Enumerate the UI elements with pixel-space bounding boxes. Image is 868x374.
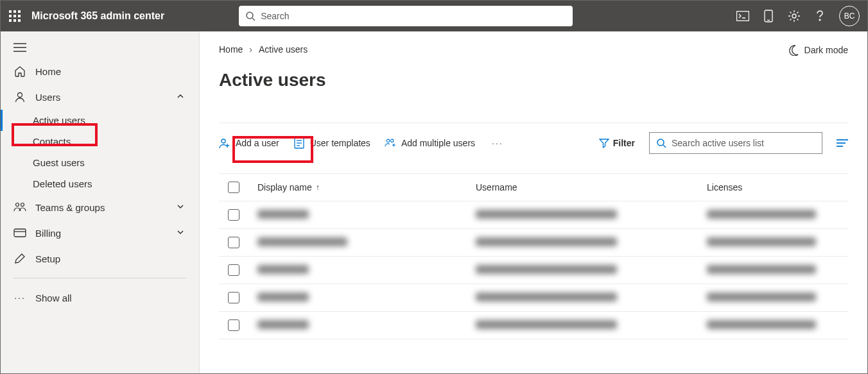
sidebar-item-setup[interactable]: Setup xyxy=(1,246,199,271)
user-templates-button[interactable]: User templates xyxy=(293,137,370,149)
filter-button[interactable]: Filter xyxy=(599,138,635,148)
help-icon[interactable] xyxy=(813,10,826,22)
sidebar-item-active-users[interactable]: Active users xyxy=(1,110,199,131)
setup-icon xyxy=(13,252,26,265)
svg-point-19 xyxy=(18,93,22,98)
row-checkbox[interactable] xyxy=(228,209,239,221)
row-checkbox[interactable] xyxy=(228,292,239,303)
sidebar-item-billing[interactable]: Billing xyxy=(1,220,199,246)
svg-rect-0 xyxy=(9,10,12,13)
cell-username xyxy=(476,237,617,246)
chevron-down-icon xyxy=(176,228,186,238)
account-avatar[interactable]: BC xyxy=(839,6,860,26)
table-row[interactable] xyxy=(219,201,848,229)
add-user-button[interactable]: Add a user xyxy=(219,137,279,149)
cell-display-name xyxy=(257,265,309,274)
top-bar: Microsoft 365 admin center BC xyxy=(1,1,867,31)
table-header: Display name↑ Username Licenses xyxy=(219,173,848,201)
sidebar-item-teams-groups[interactable]: Teams & groups xyxy=(1,194,199,220)
col-licenses[interactable]: Licenses xyxy=(707,182,848,192)
select-all-checkbox[interactable] xyxy=(228,182,239,193)
templates-icon xyxy=(293,137,305,149)
col-username[interactable]: Username xyxy=(476,182,707,192)
svg-rect-2 xyxy=(18,10,21,13)
users-table: Display name↑ Username Licenses xyxy=(219,173,848,339)
cell-username xyxy=(476,320,617,329)
page-title: Active users xyxy=(219,70,848,90)
svg-rect-3 xyxy=(9,15,12,17)
cmd-label: User templates xyxy=(310,138,370,148)
cell-username xyxy=(476,293,617,302)
teams-icon xyxy=(13,201,26,214)
cell-licenses xyxy=(707,293,816,302)
more-icon: ··· xyxy=(13,291,26,304)
svg-rect-11 xyxy=(737,12,749,21)
user-icon xyxy=(13,90,26,103)
cell-display-name xyxy=(257,237,347,246)
sidebar-item-home[interactable]: Home xyxy=(1,58,199,84)
cmd-label: Add multiple users xyxy=(401,138,475,148)
search-users-box[interactable] xyxy=(649,132,822,154)
sort-asc-icon: ↑ xyxy=(316,183,320,192)
table-row[interactable] xyxy=(219,312,848,339)
row-checkbox[interactable] xyxy=(228,237,239,248)
svg-rect-4 xyxy=(13,15,16,17)
shell-icon[interactable] xyxy=(736,10,749,22)
sidebar-item-deleted-users[interactable]: Deleted users xyxy=(1,173,199,194)
search-users-input[interactable] xyxy=(672,138,815,148)
cell-licenses xyxy=(707,320,816,329)
svg-line-32 xyxy=(663,145,666,148)
svg-rect-8 xyxy=(18,19,21,22)
global-search[interactable] xyxy=(239,6,573,26)
col-display-name[interactable]: Display name↑ xyxy=(257,182,476,192)
svg-rect-22 xyxy=(14,229,26,237)
svg-point-24 xyxy=(221,139,225,143)
breadcrumb: Home › Active users xyxy=(219,44,848,55)
svg-point-14 xyxy=(792,14,796,18)
cell-display-name xyxy=(257,210,309,219)
svg-point-31 xyxy=(657,139,664,146)
row-checkbox[interactable] xyxy=(228,264,239,276)
view-options-icon[interactable] xyxy=(837,139,848,148)
sidebar-label: Teams & groups xyxy=(35,202,167,213)
add-multiple-icon xyxy=(385,137,396,149)
settings-gear-icon[interactable] xyxy=(788,10,801,22)
row-checkbox[interactable] xyxy=(228,319,239,331)
sidebar-item-show-all[interactable]: ··· Show all xyxy=(1,285,199,310)
table-row[interactable] xyxy=(219,284,848,312)
sidebar: Home Users Active users Contacts Guest u… xyxy=(1,31,200,374)
nav-collapse-icon[interactable] xyxy=(1,37,199,58)
svg-rect-5 xyxy=(18,15,21,17)
add-multiple-users-button[interactable]: Add multiple users xyxy=(385,137,475,149)
cell-username xyxy=(476,210,617,219)
svg-rect-6 xyxy=(9,19,12,22)
global-search-input[interactable] xyxy=(261,11,566,21)
sidebar-label: Users xyxy=(35,92,167,103)
search-icon xyxy=(656,138,666,148)
svg-point-20 xyxy=(16,203,19,207)
sidebar-label: Billing xyxy=(35,228,167,239)
svg-point-30 xyxy=(390,139,394,142)
sidebar-label: Setup xyxy=(35,253,186,264)
sidebar-item-guest-users[interactable]: Guest users xyxy=(1,152,199,173)
more-commands-button[interactable]: ··· xyxy=(489,138,506,148)
table-row[interactable] xyxy=(219,257,848,284)
sidebar-item-users[interactable]: Users xyxy=(1,84,199,110)
cell-licenses xyxy=(707,265,816,274)
sidebar-label: Show all xyxy=(35,293,186,303)
table-row[interactable] xyxy=(219,229,848,257)
dark-mode-toggle[interactable]: Dark mode xyxy=(788,44,848,56)
svg-rect-1 xyxy=(13,10,16,13)
chevron-down-icon xyxy=(176,202,186,212)
sidebar-item-contacts[interactable]: Contacts xyxy=(1,131,199,152)
mobile-icon[interactable] xyxy=(762,10,775,22)
dark-mode-label: Dark mode xyxy=(804,45,848,55)
app-launcher-icon[interactable] xyxy=(8,10,21,22)
svg-rect-7 xyxy=(13,19,16,22)
breadcrumb-home[interactable]: Home xyxy=(219,44,243,55)
cell-licenses xyxy=(707,210,816,219)
filter-icon xyxy=(599,138,609,148)
cell-display-name xyxy=(257,320,309,329)
add-user-icon xyxy=(219,137,230,149)
cell-licenses xyxy=(707,237,816,246)
